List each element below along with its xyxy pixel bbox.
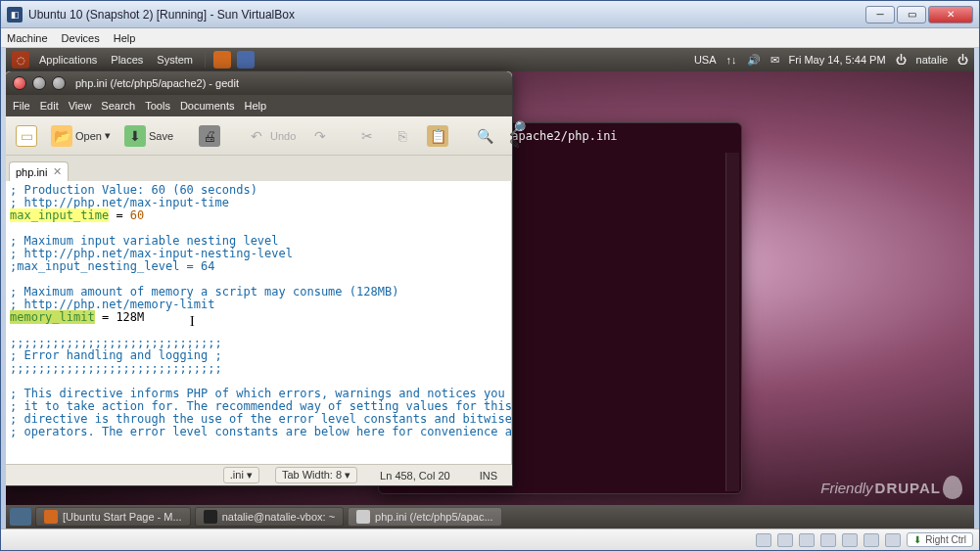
user-menu[interactable]: natalie <box>916 54 948 66</box>
editor-area[interactable]: ; Production Value: 60 (60 seconds) ; ht… <box>6 181 512 464</box>
paste-button[interactable]: 📋 <box>422 122 453 150</box>
undo-icon: ↶ <box>246 125 267 147</box>
vbox-shared-icon[interactable] <box>842 533 858 547</box>
hostkey-arrow-icon: ⬇ <box>913 534 921 545</box>
vbox-host-key[interactable]: ⬇Right Ctrl <box>907 532 973 547</box>
task-terminal[interactable]: natalie@natalie-vbox: ~ <box>195 507 344 527</box>
mail-icon[interactable]: ✉ <box>770 54 779 67</box>
print-button[interactable]: 🖨 <box>194 122 225 150</box>
gedit-tabbar: php.ini ✕ <box>6 156 512 181</box>
task-gedit[interactable]: php.ini (/etc/php5/apac... <box>348 507 501 527</box>
virtualbox-titlebar[interactable]: ◧ Ubuntu 10 (Snapshot 2) [Running] - Sun… <box>1 1 979 28</box>
menu-machine[interactable]: Machine <box>7 32 48 44</box>
gedit-titlebar[interactable]: php.ini (/etc/php5/apache2) - gedit <box>6 71 512 95</box>
gedit-minimize-button[interactable] <box>32 76 46 90</box>
tab-close-icon[interactable]: ✕ <box>53 165 62 178</box>
replace-button[interactable]: 🔎✎ <box>504 122 536 150</box>
menu-system[interactable]: System <box>153 54 197 66</box>
status-language[interactable]: .ini ▾ <box>223 467 259 483</box>
vbox-cd-icon[interactable] <box>777 533 793 547</box>
gedit-menu-documents[interactable]: Documents <box>180 100 235 112</box>
gedit-menubar: File Edit View Search Tools Documents He… <box>6 95 512 116</box>
menu-help[interactable]: Help <box>114 32 136 44</box>
gnome-top-panel: ◌ Applications Places System USA ↑↓ 🔊 ✉ … <box>6 48 974 71</box>
status-tabwidth[interactable]: Tab Width: 8 ▾ <box>275 467 357 483</box>
vbox-net-icon[interactable] <box>799 533 815 547</box>
text-cursor-icon: I <box>190 315 195 328</box>
vbox-mouse-icon[interactable] <box>885 533 901 547</box>
gedit-toolbar: ▭ 📂Open ▾ ⬇Save 🖨 ↶Undo ↷ ✂ ⎘ 📋 🔍 🔎✎ <box>6 116 512 156</box>
undo-button[interactable]: ↶Undo <box>241 122 301 150</box>
gedit-menu-tools[interactable]: Tools <box>145 100 170 112</box>
new-button[interactable]: ▭ <box>11 122 42 150</box>
redo-icon: ↷ <box>309 125 331 147</box>
firefox-launcher-icon[interactable] <box>213 51 231 69</box>
open-button[interactable]: 📂Open ▾ <box>46 122 116 150</box>
vbox-hd-icon[interactable] <box>756 533 771 547</box>
file-tab-label: php.ini <box>16 166 47 178</box>
virtualbox-menubar: Machine Devices Help <box>1 28 979 48</box>
cut-button[interactable]: ✂ <box>351 122 383 150</box>
close-button[interactable]: ✕ <box>928 6 973 23</box>
virtualbox-icon: ◧ <box>7 7 23 23</box>
gedit-menu-help[interactable]: Help <box>245 100 267 112</box>
status-cursor: Ln 458, Col 20 <box>373 468 457 483</box>
volume-icon[interactable]: 🔊 <box>747 54 761 67</box>
network-icon[interactable]: ↑↓ <box>726 54 737 66</box>
virtualbox-window: ◧ Ubuntu 10 (Snapshot 2) [Running] - Sun… <box>0 0 980 551</box>
gedit-menu-file[interactable]: File <box>13 100 30 112</box>
file-tab-phpini[interactable]: php.ini ✕ <box>9 161 69 181</box>
search-icon: 🔍 <box>474 125 495 147</box>
ubuntu-desktop: ◌ Applications Places System USA ↑↓ 🔊 ✉ … <box>6 48 974 528</box>
gedit-menu-view[interactable]: View <box>69 100 92 112</box>
drupal-drop-icon <box>943 476 962 499</box>
maximize-button[interactable]: ▭ <box>897 6 926 23</box>
redo-button[interactable]: ↷ <box>304 122 336 150</box>
firefox-icon <box>44 510 58 524</box>
virtualbox-statusbar: ⬇Right Ctrl <box>1 528 979 550</box>
gedit-statusbar: .ini ▾ Tab Width: 8 ▾ Ln 458, Col 20 INS <box>6 464 512 485</box>
session-icon[interactable]: ⏻ <box>957 54 968 66</box>
gedit-title: php.ini (/etc/php5/apache2) - gedit <box>75 77 239 89</box>
gedit-maximize-button[interactable] <box>52 76 66 90</box>
cut-icon: ✂ <box>356 125 378 147</box>
find-replace-icon: 🔎✎ <box>509 125 531 147</box>
terminal-line: /apache2/php.ini <box>504 129 733 143</box>
copy-icon: ⎘ <box>392 125 413 147</box>
watermark: Friendly DRUPAL <box>820 476 962 499</box>
vbox-display-icon[interactable] <box>863 533 879 547</box>
gedit-close-button[interactable] <box>13 76 26 90</box>
shutdown-icon[interactable]: ⏻ <box>896 54 907 66</box>
menu-applications[interactable]: Applications <box>35 54 101 66</box>
gedit-menu-search[interactable]: Search <box>101 100 135 112</box>
help-launcher-icon[interactable] <box>237 51 255 69</box>
virtualbox-title: Ubuntu 10 (Snapshot 2) [Running] - Sun V… <box>28 8 865 22</box>
gedit-menu-edit[interactable]: Edit <box>40 100 59 112</box>
gedit-icon <box>356 510 370 524</box>
vbox-usb-icon[interactable] <box>820 533 836 547</box>
terminal-scrollbar[interactable] <box>725 153 739 491</box>
save-icon: ⬇ <box>124 125 146 147</box>
ubuntu-logo-icon[interactable]: ◌ <box>12 51 29 69</box>
folder-open-icon: 📂 <box>51 125 72 147</box>
new-file-icon: ▭ <box>16 125 37 147</box>
paste-icon: 📋 <box>427 125 448 147</box>
clock[interactable]: Fri May 14, 5:44 PM <box>789 54 886 66</box>
terminal-icon <box>204 510 217 524</box>
gnome-bottom-panel: [Ubuntu Start Page - M... natalie@natali… <box>6 505 974 528</box>
find-button[interactable]: 🔍 <box>469 122 500 150</box>
save-button[interactable]: ⬇Save <box>119 122 178 150</box>
copy-button[interactable]: ⎘ <box>387 122 418 150</box>
show-desktop-button[interactable] <box>10 508 31 526</box>
menu-places[interactable]: Places <box>107 54 147 66</box>
status-insert-mode: INS <box>473 468 504 483</box>
minimize-button[interactable]: ─ <box>865 6 895 23</box>
printer-icon: 🖨 <box>199 125 220 147</box>
keyboard-indicator[interactable]: USA <box>694 54 717 66</box>
menu-devices[interactable]: Devices <box>62 32 100 44</box>
gedit-window[interactable]: php.ini (/etc/php5/apache2) - gedit File… <box>6 70 513 486</box>
task-firefox[interactable]: [Ubuntu Start Page - M... <box>35 507 191 527</box>
